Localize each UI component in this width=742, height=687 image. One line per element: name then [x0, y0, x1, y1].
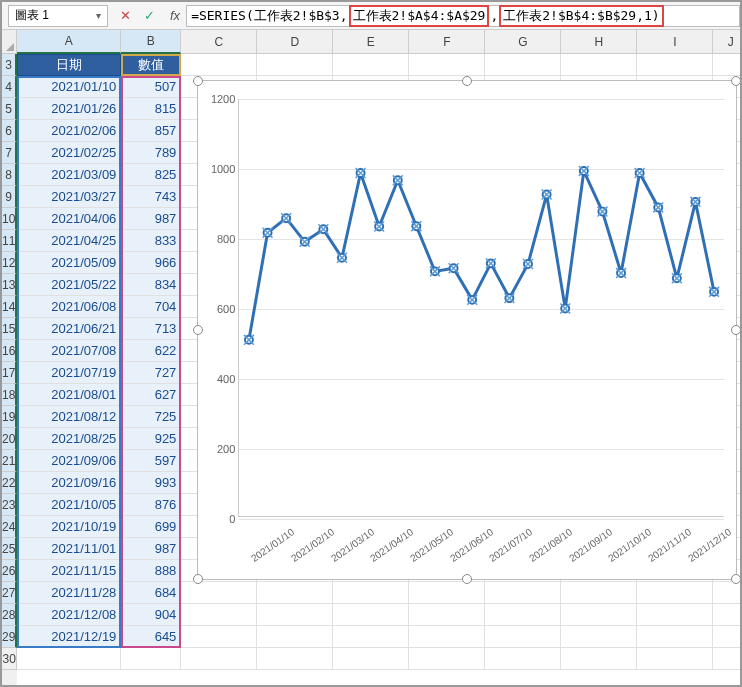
col-header-C[interactable]: C: [181, 30, 257, 54]
row-header[interactable]: 5: [2, 98, 17, 120]
cell-date[interactable]: 2021/04/06: [17, 208, 121, 230]
cell-value[interactable]: 888: [121, 560, 181, 582]
col-header-H[interactable]: H: [561, 30, 637, 54]
select-all-corner[interactable]: [2, 30, 17, 54]
cell-header-date[interactable]: 日期: [17, 54, 121, 76]
row-header[interactable]: 22: [2, 472, 17, 494]
row-header[interactable]: 19: [2, 406, 17, 428]
cell-value[interactable]: 833: [121, 230, 181, 252]
cell-empty[interactable]: [121, 648, 181, 670]
cell-value[interactable]: 825: [121, 164, 181, 186]
row-header[interactable]: 14: [2, 296, 17, 318]
cell-empty[interactable]: [637, 54, 713, 76]
cell-empty[interactable]: [257, 626, 333, 648]
cell-empty[interactable]: [181, 54, 257, 76]
row-header[interactable]: 17: [2, 362, 17, 384]
cell-value[interactable]: 704: [121, 296, 181, 318]
cell-value[interactable]: 622: [121, 340, 181, 362]
cell-empty[interactable]: [257, 582, 333, 604]
cell-empty[interactable]: [181, 648, 257, 670]
cell-date[interactable]: 2021/06/21: [17, 318, 121, 340]
cell-date[interactable]: 2021/03/09: [17, 164, 121, 186]
col-header-G[interactable]: G: [485, 30, 561, 54]
cell-date[interactable]: 2021/02/06: [17, 120, 121, 142]
cell-value[interactable]: 987: [121, 208, 181, 230]
cell-empty[interactable]: [333, 54, 409, 76]
row-header[interactable]: 15: [2, 318, 17, 340]
cell-header-value[interactable]: 數值: [121, 54, 181, 76]
cell-empty[interactable]: [637, 626, 713, 648]
row-header[interactable]: 13: [2, 274, 17, 296]
cell-empty[interactable]: [257, 648, 333, 670]
col-header-B[interactable]: B: [121, 30, 181, 54]
chart-plot-area[interactable]: 0200400600800100012002021/01/102021/02/1…: [238, 99, 724, 517]
cell-empty[interactable]: [485, 582, 561, 604]
cell-value[interactable]: 857: [121, 120, 181, 142]
row-header[interactable]: 26: [2, 560, 17, 582]
chart-handle-tl[interactable]: [193, 76, 203, 86]
cell-empty[interactable]: [485, 648, 561, 670]
cell-value[interactable]: 925: [121, 428, 181, 450]
cell-empty[interactable]: [485, 604, 561, 626]
cell-empty[interactable]: [181, 626, 257, 648]
cell-date[interactable]: 2021/11/15: [17, 560, 121, 582]
cell-date[interactable]: 2021/02/25: [17, 142, 121, 164]
cell-value[interactable]: 627: [121, 384, 181, 406]
cell-empty[interactable]: [257, 54, 333, 76]
chevron-down-icon[interactable]: ▾: [96, 10, 101, 21]
cell-empty[interactable]: [333, 626, 409, 648]
cell-empty[interactable]: [561, 626, 637, 648]
cell-date[interactable]: 2021/10/05: [17, 494, 121, 516]
row-header[interactable]: 9: [2, 186, 17, 208]
cell-empty[interactable]: [409, 582, 485, 604]
cell-date[interactable]: 2021/05/22: [17, 274, 121, 296]
cell-empty[interactable]: [257, 604, 333, 626]
row-header[interactable]: 11: [2, 230, 17, 252]
cell-date[interactable]: 2021/09/16: [17, 472, 121, 494]
cell-date[interactable]: 2021/12/19: [17, 626, 121, 648]
row-header[interactable]: 18: [2, 384, 17, 406]
cell-value[interactable]: 597: [121, 450, 181, 472]
cell-empty[interactable]: [713, 604, 742, 626]
chart-series[interactable]: [239, 99, 724, 516]
formula-bar[interactable]: =SERIES(工作表2!$B$3, 工作表2!$A$4:$A$29 , 工作表…: [186, 5, 740, 27]
cell-value[interactable]: 727: [121, 362, 181, 384]
cell-empty[interactable]: [181, 604, 257, 626]
cell-date[interactable]: 2021/12/08: [17, 604, 121, 626]
cell-date[interactable]: 2021/01/26: [17, 98, 121, 120]
cell-date[interactable]: 2021/04/25: [17, 230, 121, 252]
chart-handle-tm[interactable]: [462, 76, 472, 86]
cell-value[interactable]: 966: [121, 252, 181, 274]
col-header-I[interactable]: I: [637, 30, 713, 54]
cell-empty[interactable]: [561, 54, 637, 76]
cell-date[interactable]: 2021/08/12: [17, 406, 121, 428]
cell-value[interactable]: 789: [121, 142, 181, 164]
cell-value[interactable]: 507: [121, 76, 181, 98]
col-header-J[interactable]: J: [713, 30, 742, 54]
row-header[interactable]: 7: [2, 142, 17, 164]
cell-empty[interactable]: [409, 54, 485, 76]
cell-value[interactable]: 815: [121, 98, 181, 120]
cell-empty[interactable]: [637, 648, 713, 670]
cell-empty[interactable]: [485, 54, 561, 76]
cell-value[interactable]: 904: [121, 604, 181, 626]
col-header-D[interactable]: D: [257, 30, 333, 54]
confirm-icon[interactable]: ✓: [138, 5, 160, 27]
row-header[interactable]: 6: [2, 120, 17, 142]
cell-empty[interactable]: [713, 626, 742, 648]
cell-value[interactable]: 993: [121, 472, 181, 494]
fx-icon[interactable]: fx: [170, 8, 180, 23]
cell-date[interactable]: 2021/11/01: [17, 538, 121, 560]
row-header[interactable]: 29: [2, 626, 17, 648]
row-header[interactable]: 24: [2, 516, 17, 538]
cell-date[interactable]: 2021/06/08: [17, 296, 121, 318]
cell-date[interactable]: 2021/05/09: [17, 252, 121, 274]
cell-empty[interactable]: [485, 626, 561, 648]
cell-empty[interactable]: [409, 626, 485, 648]
cell-grid[interactable]: 日期數值2021/01/105072021/01/268152021/02/06…: [17, 54, 742, 670]
cell-value[interactable]: 713: [121, 318, 181, 340]
row-header[interactable]: 30: [2, 648, 17, 670]
cell-empty[interactable]: [17, 648, 121, 670]
cell-date[interactable]: 2021/10/19: [17, 516, 121, 538]
cell-empty[interactable]: [409, 648, 485, 670]
